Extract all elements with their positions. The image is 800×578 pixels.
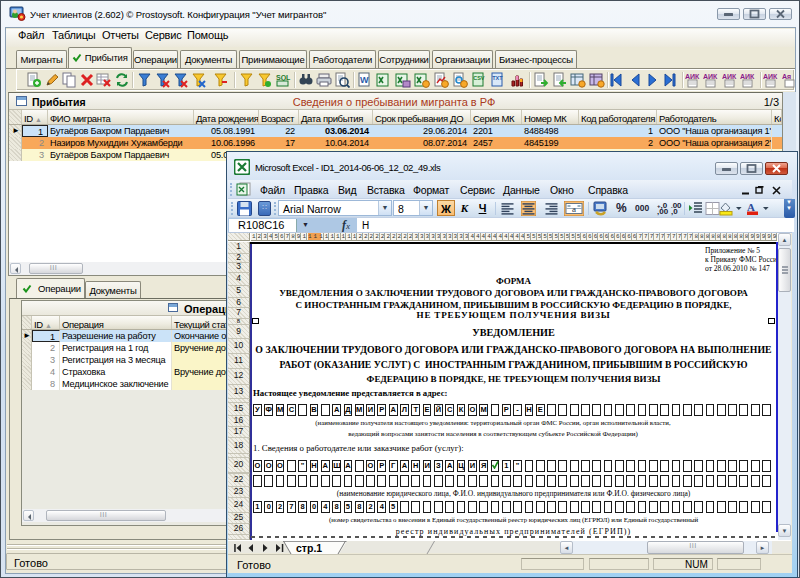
svg-text:a: a: [572, 204, 576, 214]
svg-text:АИК: АИК: [740, 73, 755, 80]
svg-text:АИК: АИК: [703, 73, 718, 80]
svg-text:CSV: CSV: [473, 75, 485, 81]
svg-text:АИК: АИК: [722, 73, 737, 80]
svg-text:Ая: Ая: [782, 73, 791, 80]
svg-text:АИК: АИК: [763, 73, 778, 80]
svg-text:W: W: [360, 75, 369, 85]
svg-text:АИК: АИК: [685, 73, 700, 80]
svg-text:А: А: [747, 201, 755, 213]
svg-text:TXT: TXT: [492, 75, 503, 81]
